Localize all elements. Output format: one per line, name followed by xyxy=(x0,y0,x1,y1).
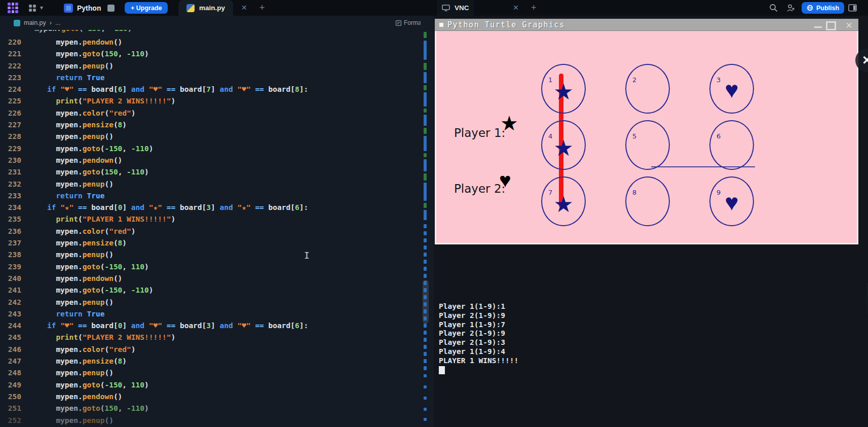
console-output[interactable]: Player 1(1-9):1Player 2(1-9):9Player 1(1… xyxy=(439,302,518,366)
line-code: return True xyxy=(29,190,104,202)
close-vnc-tab-icon[interactable]: ✕ xyxy=(513,4,519,12)
top-bar: ▾ Python + Upgrade main.py ✕ + VNC ✕ + P… xyxy=(0,0,868,16)
editor-panel: main.py › ... Format mypen.goto(-150, -1… xyxy=(0,16,435,427)
code-line[interactable]: 225 print("PLAYER 2 WINS!!!!!") xyxy=(0,95,435,107)
player1-star-icon: ★ xyxy=(500,113,518,133)
code-line[interactable]: 227 mypen.pensize(8) xyxy=(0,119,435,131)
line-code: mypen.penup() xyxy=(29,415,114,426)
panel-layout-icon[interactable] xyxy=(848,4,857,12)
diff-changed-mark xyxy=(424,245,427,250)
close-tab-icon[interactable]: ✕ xyxy=(241,4,247,12)
line-number: 223 xyxy=(0,72,29,84)
line-code: if "♥" == board[0] and "♥" == board[3] a… xyxy=(29,320,308,332)
code-editor[interactable]: mypen.goto(-150, -110) 220 mypen.pendown… xyxy=(0,30,435,427)
turtle-graphics-window: Python Turtle Graphics ✕ Player 1: ★ Pla… xyxy=(435,19,858,244)
code-line[interactable]: 236 mypen.color("red") xyxy=(0,226,435,237)
code-line[interactable]: 235 print("PLAYER 1 WINS!!!!!") xyxy=(0,214,435,225)
line-code: mypen.penup() xyxy=(29,179,114,190)
window-bullet-icon xyxy=(439,23,443,27)
code-line[interactable]: 241 mypen.goto(-150, -110) xyxy=(0,284,435,296)
tab-python-project[interactable]: Python xyxy=(60,2,105,14)
line-number: 230 xyxy=(0,155,29,166)
code-line[interactable]: 234 if "★" == board[0] and "★" == board[… xyxy=(0,202,435,214)
code-line[interactable]: 245 print("PLAYER 2 WINS!!!!!") xyxy=(0,332,435,343)
code-line[interactable]: 251 mypen.goto(150, -110) xyxy=(0,403,435,414)
new-pane-tab-icon[interactable]: + xyxy=(531,3,537,13)
code-line[interactable]: 240 mypen.pendown() xyxy=(0,273,435,284)
code-line[interactable]: 224 if "♥" == board[6] and "♥" == board[… xyxy=(0,84,435,95)
publish-button[interactable]: Publish xyxy=(802,2,844,14)
code-line[interactable]: 244 if "♥" == board[0] and "♥" == board[… xyxy=(0,320,435,332)
diff-added-mark xyxy=(424,32,427,38)
cell-number: 2 xyxy=(632,76,636,84)
gray-square-icon[interactable] xyxy=(107,5,115,12)
search-icon[interactable] xyxy=(769,4,778,12)
diff-added-mark xyxy=(424,63,427,70)
code-line[interactable]: 238 mypen.penup() xyxy=(0,249,435,261)
turtle-window-titlebar[interactable]: Python Turtle Graphics ✕ xyxy=(435,19,858,31)
diff-changed-mark xyxy=(424,274,427,278)
board-cell-7: 7★ xyxy=(541,176,586,226)
code-line[interactable]: 246 mypen.color("red") xyxy=(0,344,435,355)
new-tab-icon[interactable]: + xyxy=(259,3,265,13)
line-code: mypen.goto(-150, -110) xyxy=(29,143,153,155)
code-line[interactable]: 231 mypen.goto(150, -110) xyxy=(0,166,435,178)
code-line[interactable]: 247 mypen.pensize(8) xyxy=(0,355,435,367)
breadcrumb[interactable]: main.py › ... Format xyxy=(0,16,435,30)
line-code: if "★" == board[0] and "★" == board[3] a… xyxy=(29,202,308,214)
star-mark-icon: ★ xyxy=(542,121,585,169)
diff-changed-mark xyxy=(424,324,427,328)
minimize-icon[interactable] xyxy=(814,26,822,28)
line-code: print("PLAYER 2 WINS!!!!!") xyxy=(29,95,175,107)
line-number: 226 xyxy=(0,108,29,119)
player2-label: Player 2: xyxy=(454,182,505,195)
line-number: 240 xyxy=(0,273,29,284)
line-code: mypen.color("red") xyxy=(29,108,136,119)
chevron-down-icon[interactable]: ▾ xyxy=(40,4,43,11)
diff-changed-mark xyxy=(424,281,427,285)
code-line[interactable]: 233 return True xyxy=(0,190,435,202)
format-button[interactable]: Format xyxy=(396,18,423,28)
code-line[interactable]: 242 mypen.penup() xyxy=(0,297,435,308)
tab-mainpy[interactable]: main.py xyxy=(178,0,233,16)
code-line[interactable]: 237 mypen.pensize(8) xyxy=(0,237,435,249)
diff-changed-mark xyxy=(424,253,427,257)
line-code: mypen.pendown() xyxy=(29,273,122,284)
code-line[interactable]: 229 mypen.goto(-150, -110) xyxy=(0,143,435,155)
breadcrumb-file: main.py xyxy=(24,19,46,26)
code-line[interactable]: 239 mypen.goto(-150, 110) xyxy=(0,261,435,273)
code-line[interactable]: 228 mypen.penup() xyxy=(0,131,435,143)
board-cell-8: 8 xyxy=(625,176,670,226)
line-number: 252 xyxy=(0,415,29,426)
diff-changed-mark xyxy=(424,418,427,421)
workspace-grid-icon[interactable] xyxy=(29,5,36,12)
line-number: 244 xyxy=(0,320,29,332)
diff-changed-mark xyxy=(424,385,427,388)
python-file-icon xyxy=(186,4,195,12)
code-line[interactable]: 243 return True xyxy=(0,308,435,320)
code-line[interactable]: 250 mypen.pendown() xyxy=(0,391,435,403)
editor-scrollbar[interactable] xyxy=(421,16,434,427)
vnc-tab-label: VNC xyxy=(455,4,469,12)
code-line[interactable]: 220 mypen.pendown() xyxy=(0,37,435,48)
code-line[interactable]: 223 return True xyxy=(0,72,435,84)
code-line[interactable]: 248 mypen.penup() xyxy=(0,367,435,379)
code-line[interactable]: 221 mypen.goto(150, -110) xyxy=(0,48,435,60)
diff-changed-mark xyxy=(424,316,427,321)
tab-vnc[interactable]: VNC xyxy=(437,0,474,16)
code-line[interactable]: 232 mypen.penup() xyxy=(0,179,435,190)
upgrade-button[interactable]: + Upgrade xyxy=(125,2,168,14)
replit-logo-icon[interactable] xyxy=(8,3,18,13)
code-line[interactable]: 252 mypen.penup() xyxy=(0,415,435,426)
code-line[interactable]: 230 mypen.pendown() xyxy=(0,155,435,166)
code-line[interactable]: 249 mypen.goto(-150, 110) xyxy=(0,379,435,391)
terminal-cursor xyxy=(439,366,445,374)
code-line[interactable]: 226 mypen.color("red") xyxy=(0,108,435,119)
close-icon[interactable]: ✕ xyxy=(846,19,852,31)
line-code: mypen.goto(-150, 110) xyxy=(29,379,149,391)
diff-changed-mark xyxy=(424,288,427,292)
invite-user-icon[interactable] xyxy=(786,4,795,12)
maximize-icon[interactable] xyxy=(826,21,836,30)
code-line[interactable]: 222 mypen.penup() xyxy=(0,60,435,72)
cell-number: 6 xyxy=(716,132,721,140)
